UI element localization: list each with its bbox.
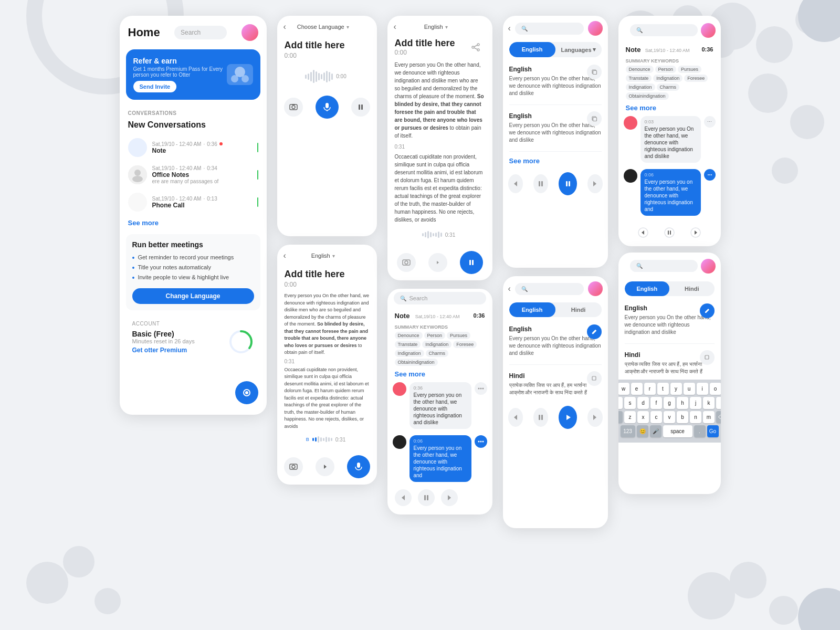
key-123[interactable]: 123: [621, 425, 635, 437]
phone5-ctrl-1[interactable]: [508, 174, 523, 193]
phone6-ctrl-4[interactable]: [587, 408, 602, 427]
key-w[interactable]: w: [618, 383, 629, 395]
phone7-ctrl-next[interactable]: [686, 223, 705, 242]
back-button-4[interactable]: ‹: [284, 251, 286, 260]
get-premium-link[interactable]: Get otter Premium: [132, 346, 195, 354]
phone3-pause-btn[interactable]: [460, 251, 483, 274]
key-go[interactable]: Go: [707, 425, 719, 437]
conversation-item-phone[interactable]: Sat,19/10 - 12:40 AM · 0:13 Phone Call: [120, 188, 267, 216]
phone7-action-1[interactable]: ⋯: [704, 116, 716, 128]
key-b[interactable]: b: [677, 411, 688, 423]
key-n[interactable]: n: [690, 411, 701, 423]
phone4-language-dropdown[interactable]: English ▾: [311, 253, 335, 259]
key-k[interactable]: k: [703, 397, 715, 409]
key-backspace[interactable]: ⌫: [716, 411, 721, 423]
key-j[interactable]: j: [690, 397, 701, 409]
key-f[interactable]: f: [650, 397, 662, 409]
record-fab[interactable]: [235, 381, 258, 404]
key-h[interactable]: h: [677, 397, 688, 409]
tab-english-5[interactable]: English: [509, 42, 555, 57]
phone-note-search[interactable]: 🔍 Search: [394, 292, 486, 304]
phone5-see-more[interactable]: See more: [503, 155, 547, 167]
tab-hindi-6[interactable]: Hindi: [555, 302, 602, 317]
key-c[interactable]: c: [650, 411, 662, 423]
key-u[interactable]: u: [684, 383, 695, 395]
camera-button[interactable]: [284, 98, 303, 117]
key-o[interactable]: o: [710, 383, 721, 395]
key-r[interactable]: r: [644, 383, 656, 395]
key-z[interactable]: z: [624, 411, 636, 423]
key-m[interactable]: m: [703, 411, 715, 423]
note-ctrl-pause2[interactable]: [418, 489, 435, 506]
tab-english-8[interactable]: English: [625, 281, 670, 296]
phone5-ctrl-3[interactable]: [559, 172, 577, 195]
phone6-ctrl-1[interactable]: [508, 408, 523, 427]
phone4-mic-button[interactable]: [347, 455, 370, 478]
msg-action-1[interactable]: [475, 382, 487, 395]
pause-button[interactable]: [351, 98, 370, 117]
change-language-button[interactable]: Change Language: [132, 288, 254, 304]
phone4-title[interactable]: Add title here: [277, 265, 377, 281]
phone6-search[interactable]: 🔍: [515, 283, 584, 295]
key-i[interactable]: i: [697, 383, 708, 395]
user-avatar[interactable]: [242, 24, 258, 41]
key-x[interactable]: x: [637, 411, 649, 423]
phone3-camera-btn[interactable]: [397, 253, 416, 272]
phone7-see-more[interactable]: See more: [618, 103, 664, 113]
copy-btn-6[interactable]: [587, 371, 602, 386]
phone3-title[interactable]: Add title here: [395, 38, 455, 49]
key-mic-kbd[interactable]: 🎤: [650, 425, 662, 437]
phone3-language-dropdown[interactable]: English ▾: [424, 24, 448, 30]
phone6-ctrl-3[interactable]: [559, 406, 577, 429]
phone6-ctrl-2[interactable]: [533, 408, 548, 427]
phone7-ctrl-pause[interactable]: [660, 223, 679, 242]
copy-btn-8[interactable]: [700, 350, 715, 365]
note-ctrl-next[interactable]: [441, 489, 458, 506]
phone8-search[interactable]: 🔍: [630, 260, 698, 272]
key-y[interactable]: y: [670, 383, 682, 395]
tab-english-6[interactable]: English: [509, 302, 555, 317]
back-button-3[interactable]: ‹: [394, 22, 396, 32]
key-s[interactable]: s: [624, 397, 636, 409]
key-space[interactable]: space: [663, 425, 692, 437]
phone7-ctrl-prev[interactable]: [634, 223, 653, 242]
back-button-6[interactable]: ‹: [508, 284, 511, 293]
key-a[interactable]: a: [618, 397, 623, 409]
back-button-5[interactable]: ‹: [508, 24, 511, 33]
copy-btn-1[interactable]: [587, 65, 602, 79]
key-emoji[interactable]: 😊: [637, 425, 648, 437]
phone2-title[interactable]: Add title here: [277, 36, 377, 52]
language-dropdown[interactable]: Choose Language ▾: [297, 24, 349, 30]
send-invite-button[interactable]: Send Invite: [133, 81, 177, 92]
tab-hindi-8[interactable]: Hindi: [669, 281, 715, 296]
conversation-item-office[interactable]: Sat,19/10 - 12:40 AM · 0:34 Office Notes…: [120, 161, 267, 188]
conversations-see-more[interactable]: See more: [120, 216, 167, 230]
phone7-search[interactable]: 🔍: [630, 24, 698, 36]
note-ctrl-prev[interactable]: [395, 489, 412, 506]
keywords-see-more[interactable]: See more: [387, 369, 433, 379]
phone5-ctrl-2[interactable]: [533, 174, 548, 193]
key-shift[interactable]: ⇧: [618, 411, 623, 423]
phone3-sound-btn[interactable]: [428, 253, 447, 272]
conversation-item-note[interactable]: Sat,19/10 - 12:40 AM · 0:36 Note: [120, 134, 267, 161]
key-e[interactable]: e: [631, 383, 643, 395]
key-d[interactable]: d: [637, 397, 649, 409]
phone3-share-button[interactable]: [466, 38, 485, 57]
back-button-2[interactable]: ‹: [284, 22, 286, 32]
key-v[interactable]: v: [664, 411, 675, 423]
home-search-bar[interactable]: Search: [174, 26, 227, 39]
edit-btn-8-1[interactable]: [700, 303, 715, 318]
phone5-search[interactable]: 🔍: [515, 23, 584, 35]
edit-btn-6-1[interactable]: [587, 324, 602, 339]
phone7-action-2[interactable]: [704, 169, 716, 181]
copy-btn-2[interactable]: [587, 111, 602, 126]
phone4-audio-button[interactable]: [316, 457, 334, 476]
phone4-camera-button[interactable]: [284, 457, 303, 476]
tab-languages[interactable]: Languages ▾: [555, 42, 602, 57]
key-t[interactable]: t: [657, 383, 669, 395]
phone5-ctrl-4[interactable]: [587, 174, 602, 193]
key-period[interactable]: .: [694, 425, 706, 437]
mic-button[interactable]: [316, 96, 339, 119]
msg-action-2[interactable]: [475, 435, 487, 448]
key-g[interactable]: g: [664, 397, 675, 409]
